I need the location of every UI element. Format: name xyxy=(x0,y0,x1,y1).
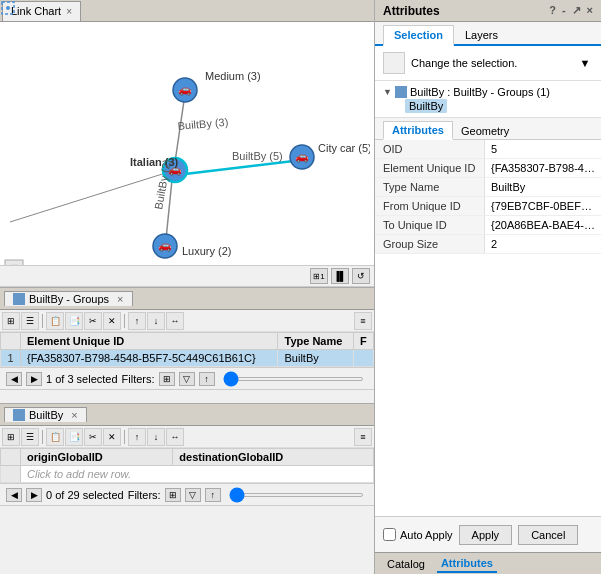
builtby-tb-btn-2[interactable]: ☰ xyxy=(21,428,39,446)
sel-icon xyxy=(383,52,405,74)
builtby-tb-btn-1[interactable]: ⊞ xyxy=(2,428,20,446)
col-header-blank xyxy=(1,333,21,350)
tree-child-item[interactable]: BuiltBy xyxy=(405,99,447,113)
filter-btn-1[interactable]: ⊞ xyxy=(159,372,175,386)
builtby-tb-settings[interactable]: ≡ xyxy=(354,428,372,446)
tab-attributes[interactable]: Attributes xyxy=(383,121,453,140)
tree-group-item[interactable]: ▼ BuiltBy : BuiltBy - Groups (1) xyxy=(383,85,593,99)
selection-dropdown-btn[interactable]: ▼ xyxy=(577,55,593,71)
builtby-groups-table: Element Unique ID Type Name F 1 {FA35830… xyxy=(0,332,374,367)
tree-arrow[interactable]: ▼ xyxy=(383,87,392,97)
groups-selection-count: 1 of 3 selected xyxy=(46,373,118,385)
attr-row-to-id: To Unique ID {20A86BEA-BAE4-4F33-B10E xyxy=(375,216,601,235)
table-row[interactable]: Click to add new row. xyxy=(1,466,374,483)
builtby-tb-btn-8[interactable]: ↓ xyxy=(147,428,165,446)
tb-btn-3[interactable]: 📋 xyxy=(46,312,64,330)
col-header-f[interactable]: F xyxy=(354,333,374,350)
row-num: 1 xyxy=(1,350,21,367)
builtby-groups-tab-label: BuiltBy - Groups xyxy=(29,293,109,305)
left-panel: Link Chart × 🚗 Medium (3) 🚗 Italian (3) xyxy=(0,0,375,574)
map-refresh-btn[interactable]: ↺ xyxy=(352,268,370,284)
tb-btn-8[interactable]: ↓ xyxy=(147,312,165,330)
builtby-groups-tab[interactable]: BuiltBy - Groups × xyxy=(4,291,133,306)
builtby-tb-btn-6[interactable]: ✕ xyxy=(103,428,121,446)
builtby-status-slider[interactable] xyxy=(229,493,364,497)
attr-key-element-id: Element Unique ID xyxy=(375,159,485,177)
builtby-groups-toolbar: ⊞ ☰ 📋 📑 ✂ ✕ ↑ ↓ ↔ ≡ xyxy=(0,310,374,332)
filter-btn-2[interactable]: ▽ xyxy=(179,372,195,386)
float-icon[interactable]: ↗ xyxy=(572,4,581,17)
map-selection-btn[interactable]: ⊞1 xyxy=(310,268,328,284)
scroll-h-1[interactable] xyxy=(0,389,374,403)
map-svg: 🚗 Medium (3) 🚗 Italian (3) 🚗 City car (5… xyxy=(0,22,370,287)
svg-text:Luxury (2): Luxury (2) xyxy=(182,245,232,257)
builtby-prev-btn[interactable]: ◀ xyxy=(6,488,22,502)
map-pause-btn[interactable]: ▐▌ xyxy=(331,268,349,284)
cancel-button[interactable]: Cancel xyxy=(518,525,578,545)
tab-geometry[interactable]: Geometry xyxy=(453,123,517,139)
minimize-icon[interactable]: - xyxy=(562,4,566,17)
tb-btn-2[interactable]: ☰ xyxy=(21,312,39,330)
attr-tabs: Attributes Geometry xyxy=(375,118,601,140)
attr-spacer xyxy=(375,328,601,516)
builtby-filter-btn-3[interactable]: ↑ xyxy=(205,488,221,502)
attr-val-to-id: {20A86BEA-BAE4-4F33-B10E xyxy=(485,216,601,234)
tab-layers[interactable]: Layers xyxy=(454,25,509,44)
map-area: 🚗 Medium (3) 🚗 Italian (3) 🚗 City car (5… xyxy=(0,22,374,287)
close-icon[interactable]: × xyxy=(587,4,593,17)
builtby-panel: BuiltBy × ⊞ ☰ 📋 📑 ✂ ✕ ↑ ↓ ↔ ≡ originG xyxy=(0,403,374,519)
table-row[interactable]: 1 {FA358307-B798-4548-B5F7-5C449C61B61C}… xyxy=(1,350,374,367)
builtby-groups-panel: BuiltBy - Groups × ⊞ ☰ 📋 📑 ✂ ✕ ↑ ↓ ↔ ≡ xyxy=(0,287,374,403)
builtby-tab[interactable]: BuiltBy × xyxy=(4,407,87,422)
tb-btn-7[interactable]: ↑ xyxy=(128,312,146,330)
tree-group-icon xyxy=(395,86,407,98)
tb-btn-settings[interactable]: ≡ xyxy=(354,312,372,330)
builtby-tb-btn-5[interactable]: ✂ xyxy=(84,428,102,446)
header-icons: ? - ↗ × xyxy=(549,4,593,17)
builtby-groups-header: BuiltBy - Groups × xyxy=(0,288,374,310)
tree-group-label: BuiltBy : BuiltBy - Groups (1) xyxy=(410,86,550,98)
status-slider[interactable] xyxy=(223,377,364,381)
tab-selection[interactable]: Selection xyxy=(383,25,454,46)
builtby-col-dest[interactable]: destinationGlobalID xyxy=(173,449,374,466)
builtby-tb-btn-9[interactable]: ↔ xyxy=(166,428,184,446)
builtby-close[interactable]: × xyxy=(71,409,77,421)
status-next-btn[interactable]: ▶ xyxy=(26,372,42,386)
builtby-table: originGlobalID destinationGlobalID Click… xyxy=(0,448,374,483)
apply-button[interactable]: Apply xyxy=(459,525,513,545)
col-header-type-name[interactable]: Type Name xyxy=(278,333,354,350)
scroll-h-2[interactable] xyxy=(0,505,374,519)
filter-btn-3[interactable]: ↑ xyxy=(199,372,215,386)
tb-btn-1[interactable]: ⊞ xyxy=(2,312,20,330)
auto-apply-checkbox-label[interactable]: Auto Apply xyxy=(383,528,453,541)
tb-btn-9[interactable]: ↔ xyxy=(166,312,184,330)
svg-line-2 xyxy=(185,160,302,174)
builtby-tb-btn-4[interactable]: 📑 xyxy=(65,428,83,446)
change-selection-bar: Change the selection. ▼ xyxy=(375,46,601,81)
builtby-groups-close[interactable]: × xyxy=(117,293,123,305)
auto-apply-checkbox[interactable] xyxy=(383,528,396,541)
attr-val-element-id: {FA358307-B798-4548-B5F7- xyxy=(485,159,601,177)
builtby-col-origin[interactable]: originGlobalID xyxy=(21,449,173,466)
builtby-filters-label: Filters: xyxy=(128,489,161,501)
footer-tab-attributes[interactable]: Attributes xyxy=(437,555,497,573)
auto-apply-label: Auto Apply xyxy=(400,529,453,541)
builtby-tab-label: BuiltBy xyxy=(29,409,63,421)
footer-tab-catalog[interactable]: Catalog xyxy=(383,556,429,572)
builtby-filter-btn-2[interactable]: ▽ xyxy=(185,488,201,502)
builtby-tb-btn-7[interactable]: ↑ xyxy=(128,428,146,446)
tb-btn-5[interactable]: ✂ xyxy=(84,312,102,330)
cell-f xyxy=(354,350,374,367)
click-to-add-row[interactable]: Click to add new row. xyxy=(21,466,374,483)
top-tab-bar: Link Chart × xyxy=(0,0,374,22)
link-chart-tab-close[interactable]: × xyxy=(66,6,72,17)
col-header-element-id[interactable]: Element Unique ID xyxy=(21,333,278,350)
status-prev-btn[interactable]: ◀ xyxy=(6,372,22,386)
builtby-next-btn[interactable]: ▶ xyxy=(26,488,42,502)
cell-type-name: BuiltBy xyxy=(278,350,354,367)
help-icon[interactable]: ? xyxy=(549,4,556,17)
builtby-tb-btn-3[interactable]: 📋 xyxy=(46,428,64,446)
builtby-filter-btn-1[interactable]: ⊞ xyxy=(165,488,181,502)
tb-btn-6[interactable]: ✕ xyxy=(103,312,121,330)
tb-btn-4[interactable]: 📑 xyxy=(65,312,83,330)
